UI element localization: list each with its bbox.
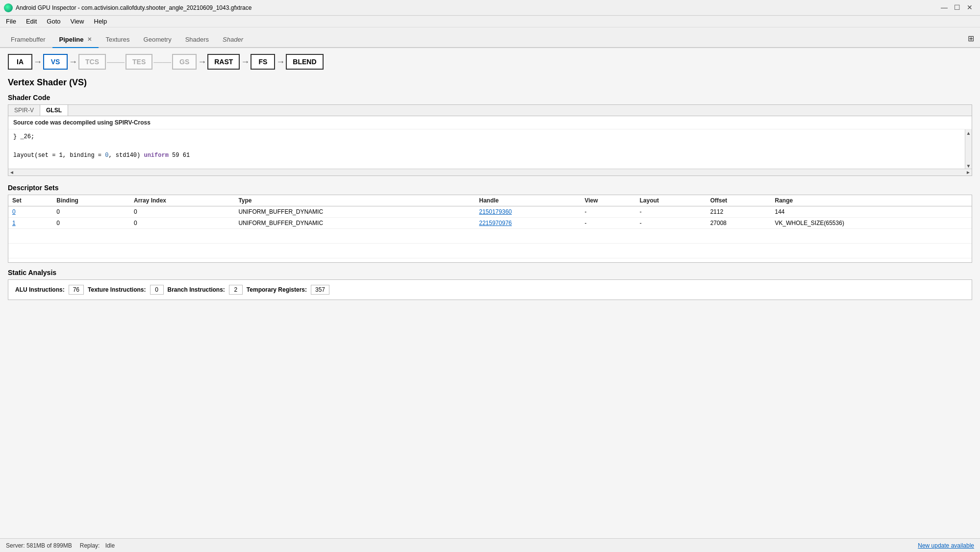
cell-view-0: - — [580, 206, 635, 218]
menu-goto[interactable]: Goto — [43, 17, 64, 26]
temp-reg-label: Temporary Registers: — [247, 286, 307, 293]
tab-shader[interactable]: Shader — [216, 32, 250, 48]
cell-type-0: UNIFORM_BUFFER_DYNAMIC — [234, 206, 475, 218]
statusbar: Server: 581MB of 899MB Replay: Idle New … — [0, 538, 980, 552]
table-header-row: Set Binding Array Index Type Handle View… — [8, 195, 972, 206]
menu-edit[interactable]: Edit — [22, 17, 41, 26]
grid-layout-icon[interactable]: ⊞ — [968, 34, 974, 43]
vertical-scrollbar[interactable]: ▲ ▼ — [965, 129, 972, 169]
pipeline-node-blend[interactable]: BLEND — [286, 54, 323, 70]
code-content: } _26; layout(set = 1, binding = 0, std1… — [8, 129, 972, 169]
col-handle: Handle — [475, 195, 580, 206]
menu-help[interactable]: Help — [90, 17, 111, 26]
cell-type-1: UNIFORM_BUFFER_DYNAMIC — [234, 218, 475, 229]
cell-layout-1: - — [636, 218, 706, 229]
cell-binding-1: 0 — [52, 218, 130, 229]
cell-range-1: VK_WHOLE_SIZE(65536) — [771, 218, 972, 229]
col-type: Type — [234, 195, 475, 206]
arrow-ia-vs: → — [33, 57, 42, 67]
cell-view-1: - — [580, 218, 635, 229]
pipeline-node-rast[interactable]: RAST — [207, 54, 240, 70]
cell-range-0: 144 — [771, 206, 972, 218]
pipeline-node-tcs[interactable]: TCS — [78, 54, 106, 70]
minimize-button[interactable]: — — [940, 3, 949, 12]
pipeline-node-vs[interactable]: VS — [43, 54, 68, 70]
tab-shaders[interactable]: Shaders — [178, 32, 216, 48]
section-title: Vertex Shader (VS) — [8, 77, 972, 88]
arrow-fs-blend: → — [276, 57, 285, 67]
close-button[interactable]: ✕ — [965, 3, 974, 12]
tab-close-pipeline[interactable]: ✕ — [87, 36, 92, 43]
descriptor-sets-table-wrapper: Set Binding Array Index Type Handle View… — [8, 195, 972, 263]
col-view: View — [580, 195, 635, 206]
scroll-up-arrow[interactable]: ▲ — [966, 130, 971, 136]
table-row-empty — [8, 229, 972, 244]
pipeline-node-gs[interactable]: GS — [172, 54, 197, 70]
scroll-left-arrow[interactable]: ◄ — [9, 170, 14, 175]
server-memory: 581MB of 899MB — [26, 542, 72, 549]
code-tab-glsl[interactable]: GLSL — [40, 105, 68, 116]
replay-label: Replay: — [80, 542, 100, 549]
code-keyword-uniform: uniform — [144, 152, 168, 159]
texture-value: 0 — [150, 285, 164, 295]
temp-reg-value: 357 — [311, 285, 329, 295]
update-link[interactable]: New update available — [918, 542, 974, 549]
cell-handle-1: 2215970976 — [475, 218, 580, 229]
pipeline-node-fs[interactable]: FS — [251, 54, 275, 70]
cell-set-0: 0 — [8, 206, 52, 218]
code-layout2: , std140) — [108, 152, 144, 159]
col-binding: Binding — [52, 195, 130, 206]
window-controls: — ☐ ✕ — [940, 3, 974, 12]
branch-label: Branch Instructions: — [168, 286, 225, 293]
code-line-1: } _26; — [13, 132, 963, 142]
col-array-index: Array Index — [130, 195, 234, 206]
decompile-note: Source code was decompiled using SPIRV-C… — [8, 116, 972, 129]
scroll-right-arrow[interactable]: ► — [966, 170, 971, 175]
handle-link-1[interactable]: 2215970976 — [479, 220, 512, 226]
arrow-tes-gs: —— — [153, 57, 171, 67]
maximize-button[interactable]: ☐ — [953, 3, 961, 12]
code-tab-spirv[interactable]: SPIR-V — [8, 105, 40, 116]
horizontal-scrollbar[interactable]: ◄ ► — [8, 169, 972, 176]
table-row-empty — [8, 244, 972, 258]
cell-handle-0: 2150179360 — [475, 206, 580, 218]
pipeline-node-ia[interactable]: IA — [8, 54, 32, 70]
tab-geometry[interactable]: Geometry — [137, 32, 178, 48]
col-range: Range — [771, 195, 972, 206]
arrow-gs-rast: → — [198, 57, 206, 67]
descriptor-sets-title: Descriptor Sets — [8, 184, 972, 192]
menu-view[interactable]: View — [67, 17, 88, 26]
main-content: IA → VS → TCS —— TES —— GS → RAST → FS →… — [0, 48, 980, 538]
status-left: Server: 581MB of 899MB Replay: Idle — [6, 542, 115, 549]
app-icon — [4, 3, 13, 12]
set-link-0[interactable]: 0 — [12, 208, 16, 215]
cell-offset-1: 27008 — [706, 218, 771, 229]
shader-code-box: SPIR-V GLSL Source code was decompiled u… — [8, 104, 972, 176]
pipeline-node-tes[interactable]: TES — [126, 54, 152, 70]
tab-pipeline[interactable]: Pipeline ✕ — [52, 32, 99, 48]
code-line-3: layout(set = 1, binding = 0, std140) uni… — [13, 151, 963, 160]
set-link-1[interactable]: 1 — [12, 220, 16, 226]
scroll-down-arrow[interactable]: ▼ — [966, 163, 971, 169]
handle-link-0[interactable]: 2150179360 — [479, 208, 512, 215]
col-offset: Offset — [706, 195, 771, 206]
menubar: File Edit Goto View Help — [0, 16, 980, 27]
col-layout: Layout — [636, 195, 706, 206]
cell-layout-0: - — [636, 206, 706, 218]
menu-file[interactable]: File — [2, 17, 20, 26]
arrow-tcs-tes: —— — [107, 57, 125, 67]
descriptor-sets-table: Set Binding Array Index Type Handle View… — [8, 195, 972, 258]
pipeline-diagram: IA → VS → TCS —— TES —— GS → RAST → FS →… — [8, 54, 972, 70]
replay-status: Idle — [105, 542, 115, 549]
cell-set-1: 1 — [8, 218, 52, 229]
static-analysis-title: Static Analysis — [8, 269, 972, 276]
code-layout3: 59 61 — [169, 152, 190, 159]
cell-binding-0: 0 — [52, 206, 130, 218]
alu-label: ALU Instructions: — [15, 286, 65, 293]
tab-textures[interactable]: Textures — [99, 32, 136, 48]
server-label: Server: — [6, 542, 25, 549]
tab-framebuffer[interactable]: Framebuffer — [4, 32, 52, 48]
static-analysis-box: ALU Instructions: 76 Texture Instruction… — [8, 279, 972, 300]
arrow-vs-tcs: → — [69, 57, 77, 67]
shader-code-title: Shader Code — [8, 94, 972, 101]
